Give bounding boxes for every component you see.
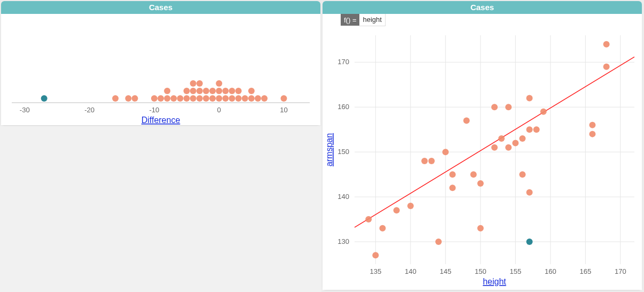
svg-text:140: 140: [337, 193, 349, 201]
data-point[interactable]: [280, 95, 287, 102]
data-point[interactable]: [365, 216, 372, 222]
panel-title[interactable]: Cases: [323, 1, 642, 14]
panel-title[interactable]: Cases: [1, 1, 320, 14]
data-point[interactable]: [248, 95, 255, 102]
dotplot-panel: Cases -30-20-10010Difference: [1, 1, 320, 125]
data-point[interactable]: [477, 180, 484, 187]
data-point[interactable]: [235, 95, 242, 102]
data-point[interactable]: [197, 80, 203, 87]
svg-text:0: 0: [217, 106, 221, 114]
data-point[interactable]: [197, 95, 203, 102]
data-point[interactable]: [477, 225, 484, 232]
left-spacer: [0, 126, 321, 292]
data-point[interactable]: [177, 95, 183, 102]
data-point[interactable]: [209, 88, 216, 94]
data-point[interactable]: [229, 95, 235, 102]
data-point[interactable]: [589, 131, 595, 137]
data-point[interactable]: [407, 203, 414, 209]
data-point[interactable]: [449, 171, 455, 178]
data-point[interactable]: [421, 158, 428, 164]
data-point[interactable]: [203, 88, 209, 94]
data-point[interactable]: [435, 239, 442, 245]
data-point[interactable]: [589, 122, 595, 128]
data-point[interactable]: [255, 95, 261, 102]
data-point[interactable]: [229, 88, 235, 94]
svg-text:-10: -10: [149, 106, 159, 114]
data-point[interactable]: [158, 95, 164, 102]
data-point[interactable]: [151, 95, 158, 102]
data-point[interactable]: [470, 171, 477, 178]
formula-expression[interactable]: height: [359, 14, 385, 26]
dotplot-area[interactable]: -30-20-10010Difference: [1, 14, 320, 125]
x-axis-label[interactable]: height: [483, 277, 506, 286]
data-point[interactable]: [190, 80, 197, 87]
data-point[interactable]: [505, 144, 512, 151]
svg-text:150: 150: [475, 267, 486, 275]
svg-text:-30: -30: [20, 106, 30, 114]
data-point[interactable]: [203, 95, 209, 102]
data-point[interactable]: [222, 95, 229, 102]
scatter-panel: Cases f() = height 135140145150155160165…: [323, 1, 642, 290]
data-point[interactable]: [442, 149, 449, 155]
data-point[interactable]: [190, 95, 197, 102]
formula-bar[interactable]: f() = height: [341, 14, 386, 26]
scatter-area[interactable]: f() = height 135140145150155160165170130…: [323, 14, 642, 290]
fit-line[interactable]: [355, 57, 634, 227]
data-point[interactable]: [449, 185, 455, 191]
data-point[interactable]: [216, 95, 222, 102]
data-point[interactable]: [216, 88, 222, 94]
data-point[interactable]: [512, 140, 519, 146]
data-point[interactable]: [197, 88, 203, 94]
data-point[interactable]: [216, 80, 222, 87]
data-point[interactable]: [603, 41, 610, 48]
data-point[interactable]: [261, 95, 268, 102]
formula-fx-label: f() =: [341, 14, 359, 26]
svg-text:160: 160: [337, 103, 349, 111]
data-point[interactable]: [519, 135, 525, 142]
data-point-selected[interactable]: [527, 239, 533, 245]
svg-text:145: 145: [439, 267, 451, 275]
data-point[interactable]: [248, 88, 255, 94]
svg-text:155: 155: [509, 267, 521, 275]
data-point[interactable]: [533, 126, 540, 133]
x-axis-label[interactable]: Difference: [142, 116, 180, 125]
data-point[interactable]: [190, 88, 197, 94]
data-point[interactable]: [491, 104, 498, 110]
data-point[interactable]: [41, 95, 48, 102]
data-point[interactable]: [242, 95, 248, 102]
data-point[interactable]: [527, 95, 533, 101]
data-point[interactable]: [184, 95, 190, 102]
svg-text:170: 170: [337, 58, 349, 66]
data-point[interactable]: [505, 104, 512, 110]
data-point[interactable]: [372, 252, 379, 258]
data-point[interactable]: [379, 225, 386, 232]
svg-text:10: 10: [280, 106, 287, 114]
svg-text:150: 150: [337, 148, 349, 156]
data-point[interactable]: [527, 126, 533, 133]
data-point[interactable]: [235, 88, 242, 94]
svg-text:140: 140: [405, 267, 417, 275]
data-point[interactable]: [125, 95, 131, 102]
data-point[interactable]: [131, 95, 138, 102]
data-point[interactable]: [540, 109, 547, 115]
data-point[interactable]: [519, 171, 525, 178]
data-point[interactable]: [491, 144, 498, 151]
data-point[interactable]: [209, 95, 216, 102]
data-point[interactable]: [222, 88, 229, 94]
data-point[interactable]: [527, 189, 533, 196]
svg-text:-20: -20: [84, 106, 95, 114]
svg-text:160: 160: [545, 267, 556, 275]
data-point[interactable]: [498, 135, 505, 142]
data-point[interactable]: [164, 95, 170, 102]
data-point[interactable]: [464, 117, 470, 124]
data-point[interactable]: [170, 95, 177, 102]
data-point[interactable]: [112, 95, 119, 102]
svg-text:165: 165: [579, 267, 591, 275]
y-axis-label[interactable]: armspan: [325, 133, 334, 166]
data-point[interactable]: [394, 207, 400, 213]
svg-text:135: 135: [370, 267, 381, 275]
data-point[interactable]: [164, 88, 170, 94]
data-point[interactable]: [428, 158, 435, 164]
data-point[interactable]: [603, 64, 610, 70]
data-point[interactable]: [184, 88, 190, 94]
